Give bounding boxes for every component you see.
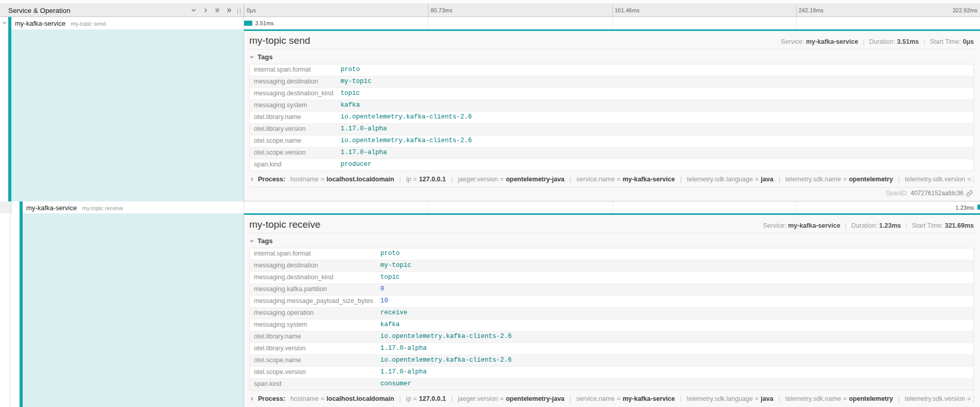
top-strip: [0, 0, 980, 4]
tag-value: proto: [376, 248, 973, 260]
tag-key: messaging.system: [250, 100, 337, 112]
gridline: [428, 201, 428, 213]
meta-start-label: Start Time:: [912, 222, 943, 229]
timeline-ruler[interactable]: 0μs80.73ms161.46ms242.19ms322.92ms: [244, 4, 980, 17]
tag-row: span.kindproducer: [250, 159, 974, 171]
tag-value: my-topic: [336, 76, 973, 88]
span-service-name: my-kafka-service: [15, 20, 65, 27]
timeline-tick-label: 161.46ms: [612, 4, 640, 16]
process-attribute: hostname=localhost.localdomain: [290, 176, 394, 183]
tag-key: messaging.destination: [250, 76, 337, 88]
chevron-right-icon: [249, 177, 254, 182]
separator: |: [570, 176, 571, 183]
meta-duration-label: Duration:: [869, 38, 896, 45]
tag-key: otel.library.name: [250, 331, 376, 343]
span-detail-head[interactable]: my-topic receive Service: my-kafka-servi…: [249, 219, 974, 230]
process-section-toggle[interactable]: Process: hostname=localhost.localdomain|…: [249, 395, 974, 402]
tag-row: otel.library.version1.17.0-alpha: [250, 124, 974, 135]
tag-value: consumer: [376, 379, 973, 391]
span-duration-bar[interactable]: [244, 21, 252, 26]
chevron-down-icon[interactable]: [191, 7, 197, 13]
meta-start-label: Start Time:: [930, 38, 961, 45]
chevron-down-icon: [249, 55, 254, 60]
selected-row-highlight: [23, 213, 244, 407]
tags-section-toggle[interactable]: Tags: [249, 237, 974, 245]
tag-value: io.opentelemetry.kafka-clients-2.6: [336, 135, 973, 147]
divider: [249, 233, 974, 233]
separator: |: [399, 395, 401, 402]
process-attribute: telemetry.sdk.name=opentelemetry: [785, 395, 893, 402]
process-section-toggle[interactable]: Process: hostname=localhost.localdomain|…: [249, 176, 974, 183]
gridline: [612, 17, 613, 29]
timeline-tick-label: 80.73ms: [428, 4, 452, 16]
tag-key: internal.span.format: [250, 248, 376, 260]
collapse-children-icon[interactable]: [2, 20, 7, 26]
span-duration-label: 1.23ms: [955, 205, 974, 211]
tags-table: internal.span.formatprotomessaging.desti…: [249, 64, 974, 171]
gridline: [612, 201, 613, 213]
jaeger-trace-timeline: Service & Operation 0μs80.73ms161.46ms24…: [0, 0, 980, 407]
meta-duration-label: Duration:: [851, 222, 878, 229]
meta-service-value: my-kafka-service: [788, 222, 840, 229]
span-timeline-cell[interactable]: 3.51ms: [244, 17, 980, 29]
tag-key: otel.library.version: [250, 343, 376, 355]
tag-row: messaging.destinationmy-topic: [250, 260, 974, 272]
tag-key: messaging.destination: [250, 260, 376, 272]
double-chevron-down-icon[interactable]: [214, 7, 220, 13]
separator: |: [570, 395, 571, 402]
tag-value: 1.17.0-alpha: [376, 367, 973, 379]
tag-row: messaging.systemkafka: [250, 319, 974, 331]
separator: |: [451, 176, 453, 183]
span-timeline-cell[interactable]: 1.23ms: [244, 201, 980, 213]
span-row-my-topic-receive[interactable]: my-kafka-servicemy-topic receive 1.23ms: [0, 201, 980, 213]
indent-guide-line: [10, 213, 10, 407]
separator: |: [863, 38, 864, 45]
service-operation-label: Service & Operation: [0, 7, 191, 14]
span-row-my-topic-send[interactable]: my-kafka-servicemy-topic send 3.51ms: [0, 17, 980, 29]
gridline: [796, 17, 797, 29]
tag-value: topic: [336, 88, 973, 100]
tag-key: otel.library.name: [250, 112, 337, 124]
separator: |: [779, 176, 780, 183]
tag-row: otel.scope.nameio.opentelemetry.kafka-cl…: [250, 135, 974, 147]
tag-value: io.opentelemetry.kafka-clients-2.6: [336, 112, 973, 124]
tags-section-toggle[interactable]: Tags: [249, 53, 974, 61]
tag-key: span.kind: [250, 159, 337, 171]
process-attribute: telemetry.sdk.language=java: [687, 176, 773, 183]
tag-key: span.kind: [250, 379, 376, 391]
timeline-tick-label: 242.19ms: [796, 4, 823, 16]
span-name-cell[interactable]: my-kafka-servicemy-topic receive: [0, 201, 244, 213]
deep-link-icon[interactable]: [966, 190, 973, 197]
tag-row: span.kindconsumer: [250, 379, 974, 391]
separator: |: [898, 176, 900, 183]
span-detail-meta: Service: my-kafka-service|Duration: 3.51…: [781, 38, 974, 45]
span-detail-head[interactable]: my-topic send Service: my-kafka-service|…: [249, 35, 974, 46]
span-detail-indent: [0, 29, 244, 201]
tag-key: messaging.kafka.partition: [250, 284, 376, 296]
tag-value: 10: [376, 296, 973, 308]
process-attribute: telemetry.sdk.version=1.17.0: [905, 395, 974, 402]
tag-row: otel.library.version1.17.0-alpha: [250, 343, 974, 355]
meta-duration-value: 1.23ms: [879, 222, 901, 229]
span-duration-bar[interactable]: [977, 205, 980, 210]
gridline: [796, 201, 797, 213]
tag-value: proto: [336, 64, 973, 76]
double-chevron-right-icon[interactable]: [226, 7, 232, 13]
chevron-right-icon[interactable]: [202, 7, 209, 13]
column-resize-handle[interactable]: [237, 9, 240, 14]
process-attributes: hostname=localhost.localdomain|ip=127.0.…: [290, 176, 974, 183]
tag-key: messaging.destination_kind: [250, 88, 337, 100]
span-name-cell[interactable]: my-kafka-servicemy-topic send: [0, 17, 244, 29]
meta-start-value: 0μs: [962, 38, 974, 45]
tag-key: otel.scope.name: [250, 135, 337, 147]
span-detail-card: my-topic receive Service: my-kafka-servi…: [244, 213, 980, 407]
separator: |: [898, 395, 900, 402]
tag-value: receive: [376, 308, 973, 319]
span-name-group: my-kafka-servicemy-topic receive: [26, 204, 123, 211]
tag-row: otel.library.nameio.opentelemetry.kafka-…: [250, 331, 974, 343]
process-attributes: hostname=localhost.localdomain|ip=127.0.…: [290, 395, 974, 402]
process-label: Process:: [258, 176, 285, 183]
separator: |: [923, 38, 925, 45]
span-operation-name: my-topic send: [71, 21, 106, 27]
collapse-controls: [191, 7, 232, 13]
